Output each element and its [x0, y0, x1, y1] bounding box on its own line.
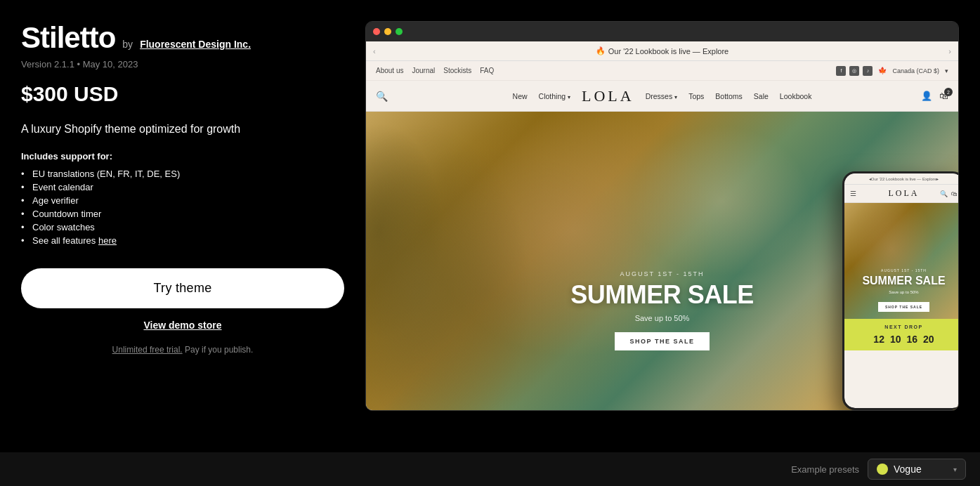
announcement-icon: 🔥	[596, 46, 606, 55]
top-nav-stockists[interactable]: Stockists	[443, 67, 471, 74]
country-chevron-icon: ▾	[945, 67, 948, 74]
mobile-hero-content: AUGUST 1ST - 15TH SUMMER SALE Save up to…	[862, 268, 946, 312]
mobile-hero-date: AUGUST 1ST - 15TH	[862, 268, 946, 272]
theme-title: Stiletto	[21, 21, 115, 55]
browser-close-dot	[373, 28, 380, 35]
view-demo-link[interactable]: View demo store	[21, 320, 344, 331]
mobile-next-drop-label: NEXT DROP	[850, 324, 958, 329]
nav-new[interactable]: New	[513, 92, 528, 100]
trial-link[interactable]: Unlimited free trial.	[112, 345, 183, 355]
tiktok-icon: ♪	[863, 66, 873, 76]
hero-plants	[366, 112, 632, 410]
mobile-hero: AUGUST 1ST - 15TH SUMMER SALE Save up to…	[844, 203, 958, 319]
top-nav-journal[interactable]: Journal	[412, 67, 435, 74]
mobile-next-drop: NEXT DROP 12 10 16	[844, 319, 958, 350]
preset-chevron-icon: ▾	[953, 466, 957, 473]
mobile-nav: ☰ LOLA 🔍 🛍	[844, 185, 958, 203]
store-preview: ‹ 🔥 Our '22 Lookbook is live — Explore ›…	[366, 41, 958, 410]
mobile-preview: ◂ Our '22 Lookbook is live — Explore ▸ ☰…	[842, 171, 958, 410]
includes-label: Includes support for:	[21, 151, 344, 162]
announcement-next-arrow[interactable]: ›	[948, 47, 951, 55]
flag-icon: 🍁	[878, 67, 887, 74]
bottom-bar: Example presets Vogue ▾	[0, 452, 980, 486]
author-link[interactable]: Fluorescent Design Inc.	[140, 39, 251, 50]
hero-section: AUGUST 1ST - 15TH SUMMER SALE Save up to…	[366, 112, 958, 410]
title-row: Stiletto by Fluorescent Design Inc.	[21, 21, 344, 55]
mobile-nav-icons: 🔍 🛍	[940, 190, 958, 197]
features-here-link[interactable]: here	[98, 235, 117, 246]
browser-frame: ‹ 🔥 Our '22 Lookbook is live — Explore ›…	[365, 21, 959, 411]
nav-dresses[interactable]: Dresses ▾	[646, 92, 677, 100]
top-nav-links: About us Journal Stockists FAQ	[376, 67, 494, 74]
price: $300 USD	[21, 82, 344, 106]
left-panel: Stiletto by Fluorescent Design Inc. Vers…	[21, 21, 344, 438]
announcement-text: Our '22 Lookbook is live — Explore	[608, 47, 729, 55]
cart-icon[interactable]: 🛍 2	[939, 91, 948, 101]
mobile-shop-sale-button[interactable]: SHOP THE SALE	[878, 302, 929, 312]
features-list: EU translations (EN, FR, IT, DE, ES) Eve…	[21, 169, 344, 249]
hero-date: AUGUST 1ST - 15TH	[543, 270, 782, 277]
mobile-countdown: 12 10 16 20	[850, 334, 958, 345]
mobile-hero-title: SUMMER SALE	[862, 275, 946, 287]
mobile-hero-subtitle: Save up to 50%	[862, 290, 946, 294]
example-presets-label: Example presets	[791, 464, 859, 475]
country-label[interactable]: Canada (CAD $)	[892, 67, 939, 74]
search-icon[interactable]: 🔍	[376, 91, 388, 102]
shop-the-sale-button[interactable]: SHOP THE SALE	[615, 332, 710, 350]
countdown-seconds: 16	[907, 334, 918, 345]
mobile-menu-icon[interactable]: ☰	[850, 190, 856, 197]
store-logo: LOLA	[582, 87, 634, 105]
top-nav-faq[interactable]: FAQ	[480, 67, 494, 74]
countdown-minutes-value: 10	[890, 334, 901, 345]
browser-expand-dot	[396, 28, 403, 35]
preset-color-dot	[877, 464, 888, 475]
feature-item: Countdown timer	[21, 209, 344, 219]
nav-tops[interactable]: Tops	[688, 92, 704, 100]
top-nav-right: f ◎ ♪ 🍁 Canada (CAD $) ▾	[836, 66, 948, 76]
feature-item: Age verifier	[21, 195, 344, 206]
mobile-logo: LOLA	[889, 188, 920, 199]
hero-title: SUMMER SALE	[543, 282, 782, 308]
countdown-extra-value: 20	[923, 334, 934, 345]
countdown-hours: 12	[873, 334, 884, 345]
feature-item: Event calendar	[21, 182, 344, 192]
nav-sale[interactable]: Sale	[754, 92, 769, 100]
cart-count-badge: 2	[944, 88, 953, 96]
preset-dropdown[interactable]: Vogue ▾	[868, 459, 966, 480]
by-label: by	[122, 39, 133, 50]
store-nav-links: New Clothing ▾ LOLA Dresses ▾ Tops Botto…	[513, 87, 812, 105]
clothing-chevron-icon: ▾	[568, 94, 570, 100]
mobile-cart-icon[interactable]: 🛍	[951, 190, 958, 197]
mobile-ann-content: Our '22 Lookbook is live — Explore	[871, 177, 937, 181]
mobile-ann-arrow: ▸	[936, 176, 939, 181]
countdown-hours-value: 12	[873, 334, 884, 345]
top-nav-about[interactable]: About us	[376, 67, 403, 74]
version-info: Version 2.1.1 • May 10, 2023	[21, 59, 344, 70]
store-top-nav: About us Journal Stockists FAQ f ◎ ♪ 🍁 C…	[366, 61, 958, 81]
mobile-inner: ◂ Our '22 Lookbook is live — Explore ▸ ☰…	[844, 173, 958, 408]
nav-clothing[interactable]: Clothing ▾	[539, 92, 570, 100]
social-icons: f ◎ ♪	[836, 66, 873, 76]
countdown-extra: 20	[923, 334, 934, 345]
tagline: A luxury Shopify theme optimized for gro…	[21, 121, 344, 137]
browser-bar	[366, 22, 958, 41]
feature-item: EU translations (EN, FR, IT, DE, ES)	[21, 169, 344, 179]
facebook-icon: f	[836, 66, 846, 76]
trial-text: Unlimited free trial. Pay if you publish…	[21, 345, 344, 355]
account-icon[interactable]: 👤	[921, 91, 932, 101]
announcement-bar: ‹ 🔥 Our '22 Lookbook is live — Explore ›	[366, 41, 958, 61]
mobile-search-icon[interactable]: 🔍	[940, 190, 948, 197]
store-main-nav: 🔍 New Clothing ▾ LOLA Dresses ▾ Tops	[366, 81, 958, 112]
announcement-prev-arrow[interactable]: ‹	[373, 47, 376, 55]
try-theme-button[interactable]: Try theme	[21, 268, 344, 308]
feature-item-see-all: See all features here	[21, 235, 344, 246]
feature-item: Color swatches	[21, 222, 344, 232]
nav-lookbook[interactable]: Lookbook	[780, 92, 812, 100]
instagram-icon: ◎	[849, 66, 859, 76]
nav-bottoms[interactable]: Bottoms	[715, 92, 743, 100]
mobile-announcement-bar: ◂ Our '22 Lookbook is live — Explore ▸	[844, 173, 958, 185]
dresses-chevron-icon: ▾	[674, 94, 677, 100]
preset-name: Vogue	[894, 464, 948, 475]
browser-minimize-dot	[384, 28, 391, 35]
countdown-seconds-value: 16	[907, 334, 918, 345]
